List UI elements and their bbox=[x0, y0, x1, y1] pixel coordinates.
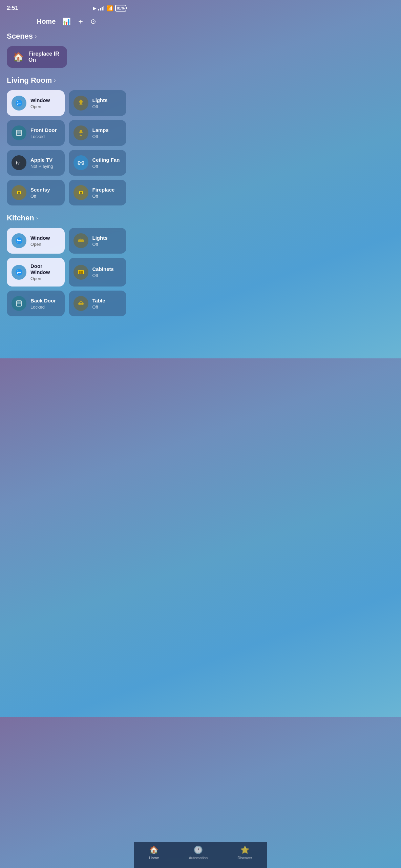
lr-window-status: Open bbox=[30, 104, 60, 109]
device-k-window[interactable]: Window Open bbox=[7, 228, 65, 254]
scene-fireplace-ir-on[interactable]: 🏠 Fireplace IR On bbox=[7, 46, 67, 68]
svg-rect-37 bbox=[81, 271, 83, 274]
k-table-name: Table bbox=[92, 298, 122, 304]
device-lr-apple-tv[interactable]: tv Apple TV Not Playing bbox=[7, 150, 65, 176]
svg-text:tv: tv bbox=[16, 160, 20, 165]
svg-point-4 bbox=[79, 100, 83, 103]
scenes-chevron-icon: › bbox=[35, 33, 37, 39]
svg-point-16 bbox=[81, 161, 84, 163]
device-lr-ceiling-fan[interactable]: Ceiling Fan Off bbox=[69, 150, 127, 176]
k-cabinets-name: Cabinets bbox=[92, 266, 122, 272]
status-bar: 2:51 ▶ 📶 81% bbox=[0, 0, 133, 14]
living-room-section: Living Room › Window Open bbox=[0, 76, 133, 214]
lr-lights-name: Lights bbox=[92, 97, 122, 103]
k-table-status: Off bbox=[92, 304, 122, 310]
living-room-header[interactable]: Living Room › bbox=[7, 76, 126, 85]
status-time: 2:51 bbox=[7, 5, 18, 12]
scenes-header[interactable]: Scenes › bbox=[7, 32, 126, 41]
svg-point-10 bbox=[19, 133, 19, 134]
scene-fireplace-ir-on-label: Fireplace IR On bbox=[28, 51, 61, 63]
svg-point-15 bbox=[77, 161, 80, 163]
svg-rect-12 bbox=[80, 135, 82, 136]
lr-fireplace-name: Fireplace bbox=[92, 187, 122, 193]
svg-rect-22 bbox=[80, 192, 82, 194]
svg-point-14 bbox=[80, 162, 82, 163]
k-cabinets-status: Off bbox=[92, 273, 122, 278]
front-door-icon bbox=[12, 125, 26, 140]
device-k-back-door[interactable]: Back Door Locked bbox=[7, 291, 65, 316]
lr-apple-tv-status: Not Playing bbox=[30, 164, 60, 169]
svg-rect-5 bbox=[80, 103, 82, 104]
lr-lights-status: Off bbox=[92, 104, 122, 109]
device-lr-lights[interactable]: Lights Off bbox=[69, 90, 127, 116]
svg-point-29 bbox=[81, 239, 84, 242]
scenes-section: Scenes › 🏠 Fireplace IR On bbox=[0, 32, 133, 76]
svg-point-17 bbox=[77, 163, 80, 165]
device-k-table[interactable]: Table Off bbox=[69, 291, 127, 316]
scene-home-icon: 🏠 bbox=[13, 52, 24, 62]
living-room-chevron-icon: › bbox=[54, 77, 56, 83]
k-door-window-name: Door Window bbox=[30, 263, 60, 275]
svg-rect-11 bbox=[81, 133, 81, 135]
kitchen-section: Kitchen › Window Open bbox=[0, 214, 133, 324]
location-icon: ▶ bbox=[93, 6, 96, 11]
lr-apple-tv-name: Apple TV bbox=[30, 157, 60, 163]
fireplace-icon bbox=[73, 185, 88, 200]
svg-rect-20 bbox=[18, 192, 20, 194]
k-back-door-icon bbox=[12, 296, 26, 311]
svg-point-18 bbox=[81, 163, 84, 165]
k-lights-icon bbox=[73, 233, 88, 248]
device-k-cabinets[interactable]: Cabinets Off bbox=[69, 258, 127, 287]
living-room-grid: Window Open Lights Off bbox=[7, 90, 126, 205]
lr-window-name: Window bbox=[30, 97, 60, 103]
apple-tv-icon: tv bbox=[12, 155, 26, 170]
svg-rect-41 bbox=[19, 301, 21, 304]
k-cabinets-icon bbox=[73, 265, 88, 280]
k-window-icon bbox=[12, 233, 26, 248]
add-icon[interactable]: ＋ bbox=[77, 16, 84, 26]
device-lr-window[interactable]: Window Open bbox=[7, 90, 65, 116]
svg-rect-8 bbox=[17, 131, 19, 134]
window-icon bbox=[12, 96, 26, 111]
k-lights-name: Lights bbox=[92, 235, 122, 241]
device-lr-scentsy[interactable]: Scentsy Off bbox=[7, 180, 65, 205]
lr-fireplace-status: Off bbox=[92, 194, 122, 199]
kitchen-chevron-icon: › bbox=[36, 215, 38, 221]
lr-front-door-status: Locked bbox=[30, 134, 60, 139]
device-lr-fireplace[interactable]: Fireplace Off bbox=[69, 180, 127, 205]
svg-rect-36 bbox=[79, 271, 81, 274]
lr-front-door-name: Front Door bbox=[30, 127, 60, 133]
status-icons: ▶ 📶 81% bbox=[93, 5, 126, 12]
device-k-door-window[interactable]: Door Window Open bbox=[7, 258, 65, 287]
k-window-status: Open bbox=[30, 242, 60, 247]
svg-point-42 bbox=[19, 304, 19, 304]
k-lights-status: Off bbox=[92, 242, 122, 247]
k-table-icon bbox=[73, 296, 88, 311]
kitchen-title: Kitchen bbox=[7, 214, 34, 222]
lr-ceiling-fan-status: Off bbox=[92, 164, 122, 169]
lr-ceiling-fan-name: Ceiling Fan bbox=[92, 157, 122, 163]
scenes-grid: 🏠 Fireplace IR On bbox=[7, 46, 126, 68]
more-icon[interactable]: ⊙ bbox=[90, 17, 96, 25]
svg-rect-40 bbox=[17, 301, 19, 304]
lamp-icon bbox=[73, 125, 88, 140]
k-back-door-status: Locked bbox=[30, 304, 60, 310]
scentsy-icon bbox=[12, 185, 26, 200]
device-lr-front-door[interactable]: Front Door Locked bbox=[7, 120, 65, 146]
app-header: Home 📊 ＋ ⊙ bbox=[0, 14, 133, 32]
k-door-window-icon bbox=[12, 265, 26, 280]
header-title: Home bbox=[37, 18, 56, 25]
device-k-lights[interactable]: Lights Off bbox=[69, 228, 127, 254]
lr-scentsy-status: Off bbox=[30, 194, 60, 199]
kitchen-header[interactable]: Kitchen › bbox=[7, 214, 126, 222]
header-actions: 📊 ＋ ⊙ bbox=[62, 16, 96, 26]
svg-rect-9 bbox=[19, 131, 21, 134]
waveform-icon[interactable]: 📊 bbox=[62, 17, 71, 25]
device-lr-lamps[interactable]: Lamps Off bbox=[69, 120, 127, 146]
k-door-window-status: Open bbox=[30, 276, 60, 281]
k-back-door-name: Back Door bbox=[30, 298, 60, 304]
kitchen-grid: Window Open Lights Off bbox=[7, 228, 126, 316]
k-window-name: Window bbox=[30, 235, 60, 241]
signal-icon bbox=[98, 6, 104, 11]
lr-lamps-name: Lamps bbox=[92, 127, 122, 133]
